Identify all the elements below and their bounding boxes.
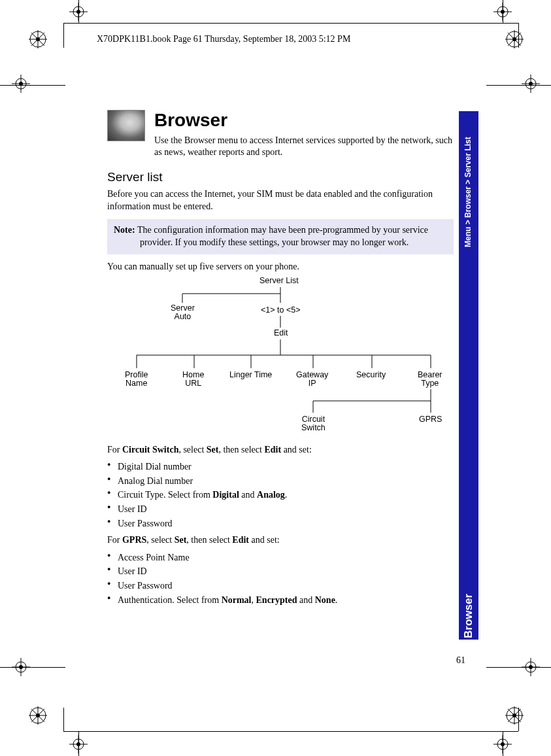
crop-line <box>0 667 65 668</box>
svg-point-55 <box>501 742 505 746</box>
crop-target-icon <box>12 658 30 676</box>
gprs-intro: For GPRS, select Set, then select Edit a… <box>107 534 454 546</box>
registration-mark-icon <box>29 30 47 48</box>
list-item: Access Point Name <box>107 551 454 565</box>
crop-line <box>0 85 65 86</box>
diagram-node-server-auto: Server Auto <box>171 304 195 322</box>
svg-point-31 <box>19 665 23 669</box>
note-body-text: The configuration information may have b… <box>135 225 428 247</box>
header-rule <box>63 23 518 24</box>
note-prefix: Note: <box>114 225 135 235</box>
page-title: Browser <box>154 110 454 131</box>
page-number: 61 <box>456 655 465 666</box>
list-item: Analog Dial number <box>107 474 454 489</box>
crop-target-icon <box>493 735 512 753</box>
list-item: Circuit Type. Select from Digital and An… <box>107 488 454 502</box>
crop-target-icon <box>522 658 540 676</box>
header-rule <box>63 708 64 731</box>
section-heading-server-list: Server list <box>107 170 454 184</box>
diagram-leaf-linger-time: Linger Time <box>229 371 272 380</box>
diagram-leaf-home-url: Home URL <box>182 371 204 389</box>
breadcrumb: Menu > Browser > Server List <box>463 137 473 247</box>
diagram-node-edit: Edit <box>274 329 288 338</box>
svg-point-47 <box>501 10 505 14</box>
crop-line <box>486 85 551 86</box>
side-section-label: Browser <box>462 594 475 638</box>
diagram-leaf-gateway-ip: Gateway IP <box>296 371 328 389</box>
framemaker-header: X70DPK11B1.book Page 61 Thursday, Septem… <box>97 34 350 44</box>
body-paragraph: You can manually set up five servers on … <box>107 261 454 273</box>
crop-target-icon <box>12 75 30 93</box>
svg-point-51 <box>76 742 80 746</box>
diagram-sub-gprs: GPRS <box>419 415 442 424</box>
diagram-leaf-security: Security <box>356 371 386 380</box>
crop-target-icon <box>69 735 88 753</box>
svg-point-27 <box>19 82 23 86</box>
list-item: Digital Dial number <box>107 460 454 474</box>
crop-target-icon <box>493 3 512 21</box>
crop-target-icon <box>69 3 88 21</box>
diagram-sub-circuit-switch: Circuit Switch <box>301 415 326 434</box>
browser-thumbnail-icon <box>107 110 145 141</box>
list-item: Authentication. Select from Normal, Encr… <box>107 593 454 608</box>
registration-mark-icon <box>505 30 524 48</box>
intro-text: Use the Browser menu to access Internet … <box>154 135 454 158</box>
page-content: Browser Use the Browser menu to access I… <box>107 110 454 640</box>
gprs-list: Access Point Name User ID User Password … <box>107 551 454 608</box>
list-item: User ID <box>107 502 454 517</box>
header-rule <box>63 23 64 48</box>
svg-point-5 <box>36 37 40 41</box>
side-tab: Menu > Browser > Server List Browser <box>459 111 478 640</box>
note-box: Note: The configuration information may … <box>107 219 454 254</box>
svg-point-39 <box>529 665 533 669</box>
diagram-leaf-profile-name: Profile Name <box>125 371 148 389</box>
diagram-lines <box>117 277 444 440</box>
circuit-switch-intro: For Circuit Switch, select Set, then sel… <box>107 444 454 456</box>
body-paragraph: Before you can access the Internet, your… <box>107 188 454 212</box>
diagram-node-range: <1> to <5> <box>261 306 300 315</box>
circuit-switch-list: Digital Dial number Analog Dial number C… <box>107 460 454 530</box>
menu-tree-diagram: Server List Server Auto <1> to <5> Edit … <box>117 277 444 440</box>
crop-line <box>486 667 551 668</box>
registration-mark-icon <box>29 706 47 725</box>
svg-point-43 <box>76 10 80 14</box>
diagram-node-root: Server List <box>259 277 299 286</box>
list-item: User Password <box>107 579 454 593</box>
list-item: User Password <box>107 517 454 531</box>
svg-point-23 <box>512 713 516 717</box>
diagram-leaf-bearer-type: Bearer Type <box>418 371 442 389</box>
svg-point-35 <box>529 82 533 86</box>
registration-mark-icon <box>505 706 524 725</box>
crop-target-icon <box>522 75 540 93</box>
svg-point-17 <box>36 713 40 717</box>
header-rule <box>63 731 518 732</box>
svg-point-11 <box>512 37 516 41</box>
list-item: User ID <box>107 564 454 579</box>
